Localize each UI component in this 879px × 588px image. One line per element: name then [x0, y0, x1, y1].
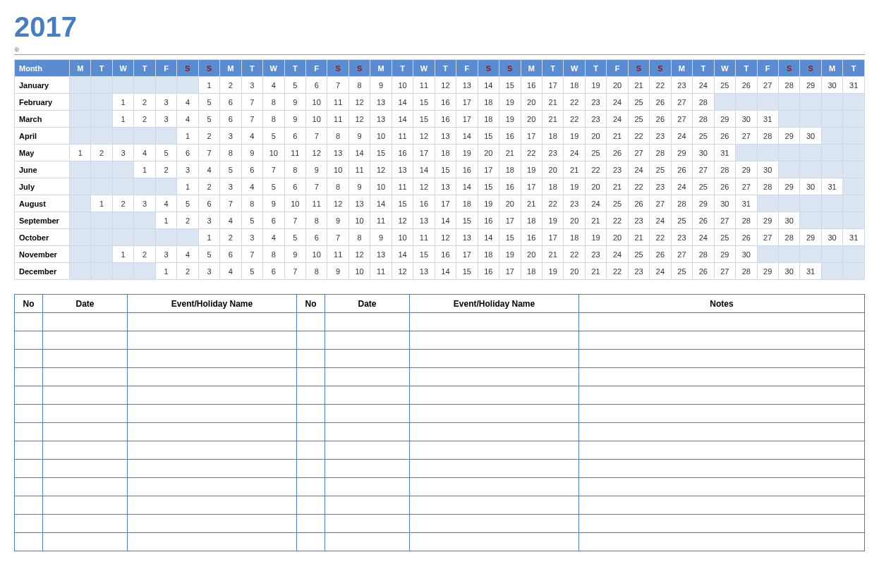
events-cell[interactable] [128, 496, 297, 515]
events-cell[interactable] [297, 533, 325, 551]
events-cell[interactable] [325, 405, 410, 423]
events-cell[interactable] [325, 368, 410, 386]
events-cell[interactable] [410, 368, 579, 386]
events-cell[interactable] [579, 441, 865, 460]
day-cell: 12 [348, 94, 370, 111]
events-cell[interactable] [15, 368, 43, 386]
events-cell[interactable] [297, 331, 325, 350]
events-cell[interactable] [579, 460, 865, 478]
events-cell[interactable] [15, 478, 43, 496]
events-cell[interactable] [297, 423, 325, 441]
events-cell[interactable] [579, 313, 865, 331]
empty-cell [800, 161, 821, 178]
events-cell[interactable] [15, 386, 43, 405]
events-cell[interactable] [43, 533, 128, 551]
events-cell[interactable] [579, 533, 865, 551]
events-cell[interactable] [128, 331, 297, 350]
events-cell[interactable] [410, 478, 579, 496]
events-cell[interactable] [410, 350, 579, 368]
events-cell[interactable] [43, 331, 128, 350]
events-cell[interactable] [43, 441, 128, 460]
events-cell[interactable] [297, 350, 325, 368]
events-cell[interactable] [297, 313, 325, 331]
events-cell[interactable] [128, 515, 297, 533]
events-cell[interactable] [128, 441, 297, 460]
events-cell[interactable] [15, 313, 43, 331]
events-cell[interactable] [325, 331, 410, 350]
events-cell[interactable] [15, 496, 43, 515]
events-cell[interactable] [410, 460, 579, 478]
events-cell[interactable] [325, 533, 410, 551]
events-cell[interactable] [15, 515, 43, 533]
events-cell[interactable] [43, 405, 128, 423]
events-cell[interactable] [410, 331, 579, 350]
events-cell[interactable] [325, 350, 410, 368]
events-cell[interactable] [43, 368, 128, 386]
events-cell[interactable] [410, 386, 579, 405]
events-cell[interactable] [15, 423, 43, 441]
events-cell[interactable] [410, 441, 579, 460]
events-cell[interactable] [43, 423, 128, 441]
events-cell[interactable] [128, 405, 297, 423]
events-cell[interactable] [15, 460, 43, 478]
header-weekday: F [607, 60, 628, 77]
events-cell[interactable] [128, 386, 297, 405]
events-cell[interactable] [297, 405, 325, 423]
events-cell[interactable] [128, 533, 297, 551]
events-cell[interactable] [128, 478, 297, 496]
day-cell: 31 [757, 111, 778, 128]
events-cell[interactable] [325, 423, 410, 441]
events-cell[interactable] [43, 350, 128, 368]
events-cell[interactable] [325, 478, 410, 496]
events-cell[interactable] [410, 405, 579, 423]
events-cell[interactable] [43, 478, 128, 496]
events-cell[interactable] [579, 496, 865, 515]
events-cell[interactable] [128, 350, 297, 368]
events-cell[interactable] [15, 331, 43, 350]
events-cell[interactable] [579, 386, 865, 405]
events-cell[interactable] [410, 515, 579, 533]
events-cell[interactable] [410, 533, 579, 551]
events-cell[interactable] [579, 515, 865, 533]
events-cell[interactable] [43, 386, 128, 405]
events-cell[interactable] [15, 350, 43, 368]
events-cell[interactable] [15, 533, 43, 551]
events-cell[interactable] [579, 350, 865, 368]
events-cell[interactable] [297, 386, 325, 405]
events-cell[interactable] [297, 368, 325, 386]
events-cell[interactable] [128, 423, 297, 441]
day-cell: 25 [671, 263, 692, 280]
events-cell[interactable] [325, 441, 410, 460]
events-cell[interactable] [325, 496, 410, 515]
events-cell[interactable] [128, 460, 297, 478]
day-cell: 30 [757, 161, 778, 178]
events-cell[interactable] [297, 460, 325, 478]
events-cell[interactable] [43, 496, 128, 515]
day-cell: 11 [284, 145, 305, 161]
events-cell[interactable] [579, 368, 865, 386]
events-cell[interactable] [297, 478, 325, 496]
events-cell[interactable] [325, 313, 410, 331]
events-cell[interactable] [43, 460, 128, 478]
events-cell[interactable] [128, 368, 297, 386]
events-cell[interactable] [297, 515, 325, 533]
events-cell[interactable] [579, 423, 865, 441]
events-cell[interactable] [325, 460, 410, 478]
events-cell[interactable] [410, 496, 579, 515]
events-cell[interactable] [325, 386, 410, 405]
day-cell: 12 [435, 77, 456, 94]
events-cell[interactable] [579, 478, 865, 496]
events-cell[interactable] [410, 423, 579, 441]
events-cell[interactable] [410, 313, 579, 331]
events-cell[interactable] [15, 441, 43, 460]
events-cell[interactable] [297, 441, 325, 460]
events-cell[interactable] [325, 515, 410, 533]
events-cell[interactable] [43, 515, 128, 533]
events-cell[interactable] [579, 331, 865, 350]
events-cell[interactable] [43, 313, 128, 331]
day-cell: 8 [263, 94, 284, 111]
events-cell[interactable] [579, 405, 865, 423]
events-cell[interactable] [15, 405, 43, 423]
events-cell[interactable] [128, 313, 297, 331]
events-cell[interactable] [297, 496, 325, 515]
